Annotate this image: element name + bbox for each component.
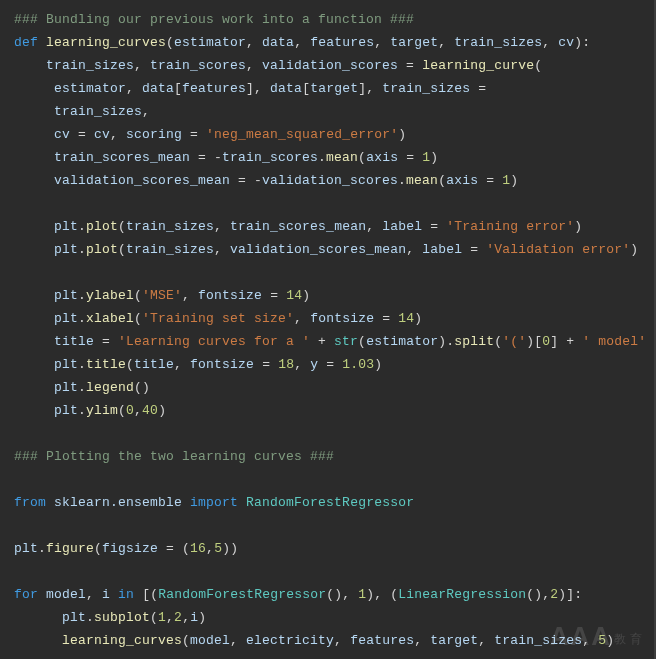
code-line: train_sizes, (14, 104, 150, 119)
code-token: = ( (158, 541, 190, 556)
code-token: = - (230, 173, 262, 188)
code-token: ( (494, 334, 502, 349)
code-token: plt (54, 288, 78, 303)
code-token: = (398, 58, 422, 73)
code-token: train_sizes (46, 58, 134, 73)
code-token: . (78, 288, 86, 303)
code-token: plt (54, 403, 78, 418)
code-token: fontsize (310, 311, 374, 326)
code-token: , (174, 357, 190, 372)
code-token: , (182, 288, 198, 303)
code-line: plt.plot(train_sizes, validation_scores_… (14, 242, 638, 257)
code-token (14, 173, 54, 188)
code-token: ) (398, 127, 406, 142)
code-token: , (86, 587, 102, 602)
code-token: i (190, 610, 198, 625)
code-token: ) (302, 288, 310, 303)
code-token: label (382, 219, 422, 234)
code-token (14, 150, 54, 165)
code-token (14, 311, 54, 326)
code-token: , (294, 357, 310, 372)
code-token: , (438, 35, 454, 50)
code-token: . (78, 219, 86, 234)
code-token: RandomForestRegressor (158, 587, 326, 602)
code-token: title (54, 334, 94, 349)
code-token: , (230, 633, 246, 648)
code-token: = (462, 242, 486, 257)
code-token: learning_curve (422, 58, 534, 73)
code-token: , (582, 633, 598, 648)
code-token: data (142, 81, 174, 96)
code-token: train_scores (150, 58, 246, 73)
code-token: ] + (550, 334, 582, 349)
code-token: ) (630, 242, 638, 257)
code-token: 'neg_mean_squared_error' (206, 127, 398, 142)
code-token: cv (94, 127, 110, 142)
code-token: , (542, 35, 558, 50)
code-token (14, 357, 54, 372)
code-line: plt.xlabel('Training set size', fontsize… (14, 311, 422, 326)
code-token: train_sizes (382, 81, 470, 96)
code-token: ], (358, 81, 382, 96)
code-token: 5 (214, 541, 222, 556)
code-token: figure (46, 541, 94, 556)
code-token: ) (414, 311, 422, 326)
code-token: 'Training set size' (142, 311, 294, 326)
code-token: ( (94, 541, 102, 556)
code-token: plt (54, 380, 78, 395)
code-token: learning_curves (46, 35, 166, 50)
code-token: features (350, 633, 414, 648)
code-token: xlabel (86, 311, 134, 326)
code-token: ( (118, 403, 126, 418)
code-line (14, 564, 22, 579)
code-token: + (310, 334, 334, 349)
code-token: plt (62, 610, 86, 625)
code-token: train_sizes (494, 633, 582, 648)
code-token: ) (430, 150, 438, 165)
code-line: validation_scores_mean = -validation_sco… (14, 173, 518, 188)
code-token: 1 (502, 173, 510, 188)
code-token (238, 495, 246, 510)
code-token: legend (86, 380, 134, 395)
code-token: 1.03 (342, 357, 374, 372)
code-line: for model, i in [(RandomForestRegressor(… (14, 587, 582, 602)
code-token: ( (134, 288, 142, 303)
code-line (14, 196, 22, 211)
code-token (14, 610, 62, 625)
code-token: ( (118, 219, 126, 234)
code-token: = (318, 357, 342, 372)
code-token: = (70, 127, 94, 142)
code-line: learning_curves(model, electricity, feat… (14, 633, 614, 648)
code-token: () (134, 380, 150, 395)
code-token: 0 (126, 403, 134, 418)
code-token: ): (574, 35, 590, 50)
code-token: validation_scores (262, 58, 398, 73)
code-token (14, 334, 54, 349)
code-token: sklearn.ensemble (54, 495, 182, 510)
code-token: , (414, 633, 430, 648)
code-token: , (246, 58, 262, 73)
code-token: mean (326, 150, 358, 165)
code-token: plt (54, 311, 78, 326)
code-token: target (430, 633, 478, 648)
code-token (14, 426, 22, 441)
code-token: plt (54, 219, 78, 234)
code-line: plt.subplot(1,2,i) (14, 610, 206, 625)
code-token: , (294, 35, 310, 50)
code-token: validation_scores_mean (54, 173, 230, 188)
code-token: . (86, 610, 94, 625)
code-token: , (366, 219, 382, 234)
code-token: plt (14, 541, 38, 556)
code-token: estimator (174, 35, 246, 50)
code-token: split (454, 334, 494, 349)
code-token: 14 (286, 288, 302, 303)
code-token: ( (534, 58, 542, 73)
code-token: i (102, 587, 110, 602)
code-line: ### Bundling our previous work into a fu… (14, 12, 414, 27)
code-token: , (126, 81, 142, 96)
code-token: ( (358, 334, 366, 349)
code-token: electricity (246, 633, 334, 648)
code-token: train_sizes (126, 219, 214, 234)
code-token: . (78, 357, 86, 372)
code-line: train_scores_mean = -train_scores.mean(a… (14, 150, 438, 165)
